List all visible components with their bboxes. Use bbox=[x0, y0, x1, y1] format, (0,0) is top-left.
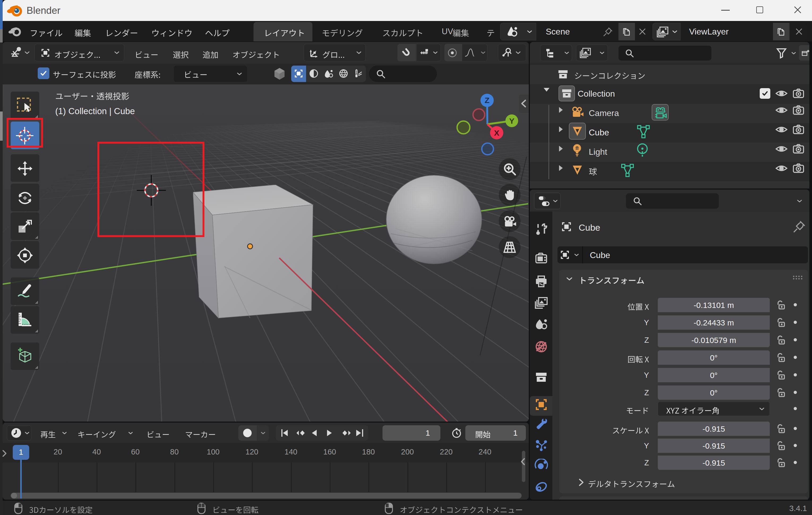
svg-text:Y: Y bbox=[509, 117, 515, 125]
svg-text:Z: Z bbox=[485, 96, 490, 105]
svg-text:X: X bbox=[494, 128, 499, 137]
